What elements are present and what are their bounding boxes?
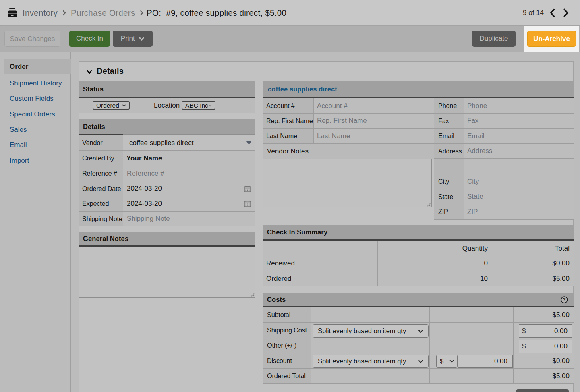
svg-text:?: ? [563,297,566,303]
